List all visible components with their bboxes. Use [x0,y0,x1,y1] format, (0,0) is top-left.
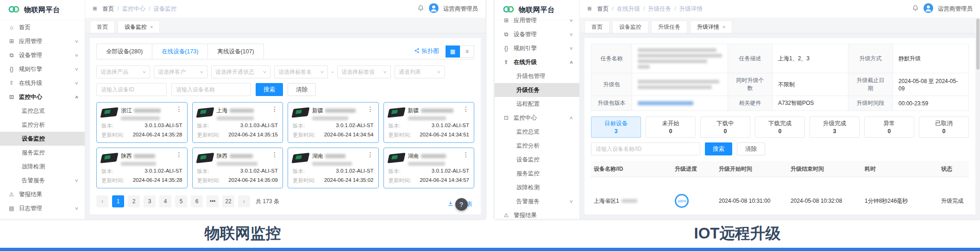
sidebar-item-fault-detection[interactable]: 故障检测 [495,180,579,194]
sidebar-item-online-upgrade[interactable]: ⇧在线升级∧ [495,55,579,69]
sidebar-item-upgrade-package-management[interactable]: 升级包管理 [495,69,579,83]
device-card[interactable]: 湖南 ⋮ 版本:3.0.1.02-ALI-ST 更新时间:2024-06-24 … [288,148,379,188]
sidebar-item-home[interactable]: ⌂首页 [0,20,85,34]
sidebar-item-alarm-result[interactable]: ⚠警报结果 [495,208,579,219]
tab-upgrade-detail[interactable]: 升级详情× [690,20,732,33]
sidebar-item-service-monitor[interactable]: 服务监控 [0,146,85,160]
breadcrumb-online-upgrade[interactable]: 在线升级 [617,5,640,13]
tag-name-select[interactable]: 请选择标签名∨ [274,65,328,78]
tab-online-devices[interactable]: 在线设备(173) [152,44,208,59]
clear-button[interactable]: 清除 [288,83,316,96]
more-menu-icon[interactable]: ⋮ [176,106,182,120]
breadcrumb-upgrade-task[interactable]: 升级任务 [648,5,671,13]
sidebar-item-monitor-analysis[interactable]: 监控分析 [495,139,579,153]
more-menu-icon[interactable]: ⋮ [176,151,182,166]
breadcrumb-home[interactable]: 首页 [597,5,609,13]
more-menu-icon[interactable]: ⋮ [463,106,469,120]
stat-not-started[interactable]: 未开始0 [646,116,696,138]
avatar[interactable] [923,3,933,15]
sidebar-item-device-management[interactable]: ⧉设备管理∨ [495,27,579,41]
customer-select[interactable]: 请选择客户∨ [154,65,207,78]
stat-upgrade-done[interactable]: 升级完成3 [810,116,860,138]
tab-device-monitor[interactable]: 设备监控 [612,20,648,33]
download-icon[interactable] [447,200,454,209]
sidebar-item-alert-service[interactable]: 告警服务∨ [0,174,85,187]
product-select[interactable]: 请选择产品∨ [96,65,150,78]
stat-downloading[interactable]: 下载中0 [700,116,750,138]
activation-status-select[interactable]: 请选择开通状态∨ [211,65,270,78]
device-card[interactable]: 上海 ⋮ 版本:3.0.1.03-ALI-ST 更新时间:2024-06-24 … [192,102,283,143]
tab-upgrade-task[interactable]: 升级任务 [651,20,687,33]
sidebar-item-app-management[interactable]: ⊞应用管理∨ [495,13,579,27]
page-button-22[interactable]: 22 [222,195,234,207]
stat-target-devices[interactable]: 目标设备3 [591,116,641,138]
more-menu-icon[interactable]: ⋮ [463,151,469,166]
sidebar-item-monitor-overview[interactable]: 监控总览 [0,104,85,118]
sidebar-item-upgrade-task[interactable]: 升级任务 [495,83,579,97]
stat-cancelled[interactable]: 已取消0 [919,116,969,138]
sidebar-item-online-upgrade[interactable]: ⇧在线升级∨ [0,76,85,90]
vertical-scrollbar[interactable] [976,19,980,215]
breadcrumb-monitor-center[interactable]: 监控中心 [122,5,145,13]
page-button-1[interactable]: 1 [112,195,124,207]
page-button-2[interactable]: 2 [128,195,140,207]
sidebar-item-service-monitor[interactable]: 服务监控 [495,167,579,180]
current-user[interactable]: 运营商管理员 [443,5,478,13]
tab-all-devices[interactable]: 全部设备(280) [96,44,152,59]
breadcrumb-device-monitor[interactable]: 设备监控 [153,5,176,13]
device-card[interactable]: 新疆 ⋮ 版本:3.0.1.02-ALI-ST 更新时间:2024-06-24 … [383,102,475,143]
sidebar-item-log-management[interactable]: ▤日志管理∨ [0,201,85,215]
more-menu-icon[interactable]: ⋮ [271,151,278,166]
stat-error[interactable]: 异常0 [864,116,914,138]
page-button-3[interactable]: 3 [144,195,156,207]
close-icon[interactable]: × [150,24,153,30]
grid-view-button[interactable]: ▦ [446,45,460,58]
close-icon[interactable]: × [722,24,725,30]
clear-button[interactable]: 清除 [737,142,765,155]
tab-device-monitor[interactable]: 设备监控× [118,20,160,33]
sidebar-item-device-monitor[interactable]: 设备监控 [0,132,85,146]
stat-download-done[interactable]: 下载完成0 [755,116,805,138]
page-button-6[interactable]: 6 [191,195,203,207]
device-card[interactable]: 陕西 ⋮ 版本:3.0.1.02-ALI-ST 更新时间:2024-06-24 … [192,148,283,188]
device-card[interactable]: 陕西 ⋮ 版本:3.0.1.02-ALI-ST 更新时间:2024-06-24 … [96,148,188,188]
device-card[interactable]: 浙江 ⋮ 版本:3.0.1.03-ALI-ST 更新时间:2024-06-24 … [96,102,188,143]
device-card[interactable]: 湖南 ⋮ 版本:3.0.1.02-ALI-ST 更新时间:2024-06-24 … [383,148,475,188]
more-menu-icon[interactable]: ⋮ [367,151,374,166]
menu-fold-icon[interactable]: ≡ [587,5,591,13]
sidebar-item-monitor-center[interactable]: ⊡监控中心∧ [495,111,579,125]
breadcrumb-home[interactable]: 首页 [102,5,114,13]
page-ellipsis[interactable]: ••• [207,195,219,207]
sidebar-item-rule-engine[interactable]: {}规则引擎∨ [495,41,579,55]
device-id-input[interactable] [96,83,167,96]
sidebar-item-alarm-result[interactable]: ⚠警报结果 [0,187,85,201]
scrollbar-thumb[interactable] [976,19,980,70]
sidebar-item-fault-detection[interactable]: 故障检测 [0,160,85,174]
sidebar-item-device-management[interactable]: ⧉设备管理∨ [0,48,85,62]
avatar[interactable] [429,3,439,15]
device-name-input[interactable] [171,83,251,96]
sidebar-item-monitor-overview[interactable]: 监控总览 [495,125,579,139]
bell-icon[interactable] [912,5,919,13]
sidebar-item-rule-engine[interactable]: {}规则引擎∨ [0,62,85,76]
next-page-button[interactable]: › [238,195,250,207]
sidebar-item-alert-service[interactable]: 告警服务∨ [495,194,579,208]
list-view-button[interactable]: ≡ [460,45,474,58]
more-menu-icon[interactable]: ⋮ [271,106,278,120]
tag-value-select[interactable]: 请选择标签值∨ [337,65,391,78]
page-button-4[interactable]: 4 [159,195,171,207]
sidebar-item-app-management[interactable]: ⊞应用管理∨ [0,34,85,48]
device-search-input[interactable] [591,142,700,155]
device-card[interactable]: 新疆 ⋮ 版本:3.0.1.02-ALI-ST 更新时间:2024-06-24 … [288,102,379,143]
topology-button[interactable]: 拓扑图 [414,47,440,55]
bell-icon[interactable] [417,5,424,13]
tab-home[interactable]: 首页 [90,20,115,33]
sidebar-item-remote-config[interactable]: 远程配置 [495,97,579,111]
search-button[interactable]: 搜索 [256,83,283,96]
more-menu-icon[interactable]: ⋮ [367,106,374,120]
breadcrumb-upgrade-detail[interactable]: 升级详情 [679,5,703,13]
prev-page-button[interactable]: ‹ [96,195,108,207]
channel-list-select[interactable]: 通道列表∨ [395,65,445,78]
sidebar-item-device-monitor[interactable]: 设备监控 [495,153,579,167]
page-button-5[interactable]: 5 [175,195,187,207]
